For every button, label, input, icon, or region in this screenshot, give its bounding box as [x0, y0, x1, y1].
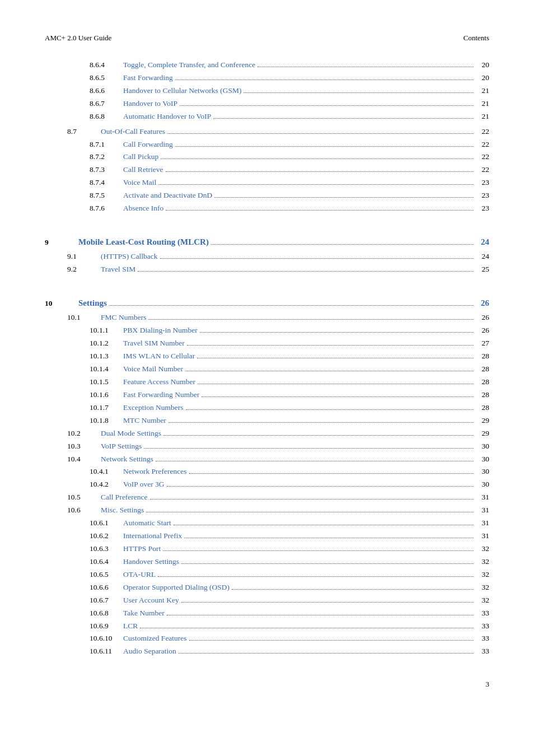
toc-entry-label[interactable]: Travel SIM — [101, 264, 135, 276]
toc-entry-page: 26 — [476, 312, 489, 324]
toc-container: 8.6.4Toggle, Complete Transfer, and Conf… — [45, 59, 489, 657]
toc-dots — [138, 271, 474, 272]
toc-entry-label[interactable]: Call Preference — [101, 492, 148, 503]
toc-entry-number: 10.1.6 — [90, 389, 123, 401]
toc-entry-label[interactable]: Misc. Settings — [101, 505, 144, 516]
toc-entry-label[interactable]: Take Number — [123, 608, 165, 619]
toc-entry-label[interactable]: Handover to Cellular Networks (GSM) — [123, 85, 241, 97]
toc-entry-label[interactable]: FMC Numbers — [101, 312, 146, 324]
toc-entry-page: 26 — [476, 325, 489, 337]
toc-entry-label[interactable]: Customized Features — [123, 633, 187, 645]
toc-dots — [179, 653, 474, 654]
toc-entry-label[interactable]: Handover Settings — [123, 556, 179, 568]
toc-dots — [187, 345, 474, 346]
toc-entry-label[interactable]: IMS WLAN to Cellular — [123, 351, 195, 362]
toc-entry: 8.6.8Automatic Handover to VoIP21 — [45, 111, 489, 123]
toc-entry: 8.7.5Activate and Deactivate DnD23 — [45, 190, 489, 202]
toc-entry-page: 22 — [476, 151, 489, 163]
toc-entry-label[interactable]: HTTPS Port — [123, 543, 161, 555]
toc-dots — [200, 332, 474, 333]
page-header: AMC+ 2.0 User Guide Contents — [45, 34, 489, 43]
toc-entry: 9.1(HTTPS) Callback24 — [45, 251, 489, 263]
toc-entry-label[interactable]: VoIP over 3G — [123, 479, 165, 491]
toc-dots — [166, 171, 474, 172]
toc-entry-label[interactable]: Automatic Handover to VoIP — [123, 111, 211, 123]
toc-entry-label[interactable]: Call Pickup — [123, 151, 158, 163]
toc-entry: 8.7.6Absence Info23 — [45, 203, 489, 214]
toc-entry-label[interactable]: Automatic Start — [123, 517, 171, 529]
toc-entry-label[interactable]: Voice Mail — [123, 177, 156, 189]
toc-entry-label[interactable]: Fast Forwarding Number — [123, 389, 199, 401]
toc-entry-page: 32 — [476, 582, 489, 594]
toc-entry-number: 10.1 — [67, 312, 101, 324]
toc-entry-label[interactable]: Exception Numbers — [123, 402, 184, 414]
toc-dots — [109, 305, 474, 306]
toc-entry-label[interactable]: (HTTPS) Callback — [101, 251, 158, 263]
toc-entry-label[interactable]: International Prefix — [123, 530, 182, 542]
toc-entry-page: 29 — [476, 415, 489, 427]
toc-entry-page: 33 — [476, 620, 489, 632]
toc-entry-page: 32 — [476, 556, 489, 568]
toc-entry-page: 33 — [476, 646, 489, 657]
toc-entry-number: 10.3 — [67, 441, 101, 452]
toc-entry: 10.6.5OTA-URL32 — [45, 569, 489, 581]
chapter-heading: 10Settings26 — [45, 297, 489, 310]
toc-entry-label[interactable]: LCR — [123, 620, 138, 632]
chapter-page: 24 — [476, 236, 489, 249]
toc-entry-label[interactable]: PBX Dialing-in Number — [123, 325, 198, 337]
toc-entry: 10.4Network Settings30 — [45, 454, 489, 465]
toc-entry-label[interactable]: Travel SIM Number — [123, 338, 185, 349]
toc-entry-label[interactable]: Fast Forwarding — [123, 72, 173, 84]
toc-entry: 10.5Call Preference31 — [45, 492, 489, 503]
toc-entry-label[interactable]: Audio Separation — [123, 646, 176, 657]
toc-entry: 10.4.2VoIP over 3G30 — [45, 479, 489, 491]
toc-entry-number: 8.6.7 — [90, 98, 123, 110]
toc-entry-label[interactable]: Toggle, Complete Transfer, and Conferenc… — [123, 59, 255, 71]
toc-entry-label[interactable]: OTA-URL — [123, 569, 156, 581]
toc-entry-page: 28 — [476, 376, 489, 388]
toc-entry-label[interactable]: Handover to VoIP — [123, 98, 177, 110]
toc-entry: 10.2Dual Mode Settings29 — [45, 428, 489, 440]
toc-entry: 10.6.6Operator Supported Dialing (OSD)32 — [45, 582, 489, 594]
toc-entry-label[interactable]: VoIP Settings — [101, 441, 142, 452]
toc-entry-number: 8.7.2 — [90, 151, 123, 163]
toc-dots — [161, 158, 474, 159]
toc-entry: 8.7Out-Of-Call Features22 — [45, 126, 489, 138]
toc-entry-page: 21 — [476, 98, 489, 110]
toc-entry-label[interactable]: Call Forwarding — [123, 139, 173, 151]
toc-entry-label[interactable]: User Account Key — [123, 595, 179, 606]
toc-entry: 10.6.7User Account Key32 — [45, 595, 489, 606]
toc-entry-number: 10.6.3 — [90, 543, 123, 555]
toc-dots — [144, 448, 474, 449]
toc-entry-label[interactable]: Network Settings — [101, 454, 153, 465]
toc-entry-page: 23 — [476, 190, 489, 202]
toc-entry-page: 28 — [476, 363, 489, 375]
toc-entry-label[interactable]: MTC Number — [123, 415, 166, 427]
toc-entry: 8.7.1Call Forwarding22 — [45, 139, 489, 151]
toc-entry-number: 10.6.6 — [90, 582, 123, 594]
toc-entry-label[interactable]: Call Retrieve — [123, 164, 163, 176]
toc-entry: 10.6.9LCR33 — [45, 620, 489, 632]
toc-entry-label[interactable]: Dual Mode Settings — [101, 428, 161, 440]
toc-dots — [163, 435, 474, 436]
toc-entry-label[interactable]: Voice Mail Number — [123, 363, 183, 375]
toc-entry-page: 28 — [476, 402, 489, 414]
toc-entry-page: 31 — [476, 505, 489, 516]
toc-entry: 10.1.3IMS WLAN to Cellular28 — [45, 351, 489, 362]
chapter-label[interactable]: Settings — [78, 297, 107, 310]
toc-entry-label[interactable]: Out-Of-Call Features — [101, 126, 165, 138]
toc-dots — [158, 184, 474, 185]
toc-entry-label[interactable]: Operator Supported Dialing (OSD) — [123, 582, 229, 594]
toc-entry-number: 10.2 — [67, 428, 101, 440]
toc-entry-page: 27 — [476, 338, 489, 349]
toc-entry-label[interactable]: Absence Info — [123, 203, 163, 214]
toc-entry-label[interactable]: Feature Access Number — [123, 376, 195, 388]
toc-entry-page: 31 — [476, 530, 489, 542]
toc-entry-label[interactable]: Network Preferences — [123, 466, 187, 478]
toc-entry-number: 10.6.2 — [90, 530, 123, 542]
toc-entry-number: 10.6.10 — [90, 633, 123, 645]
toc-entry-number: 8.7.3 — [90, 164, 123, 176]
toc-entry-label[interactable]: Activate and Deactivate DnD — [123, 190, 212, 202]
toc-entry: 9.2Travel SIM25 — [45, 264, 489, 276]
chapter-label[interactable]: Mobile Least-Cost Routing (MLCR) — [78, 236, 209, 249]
